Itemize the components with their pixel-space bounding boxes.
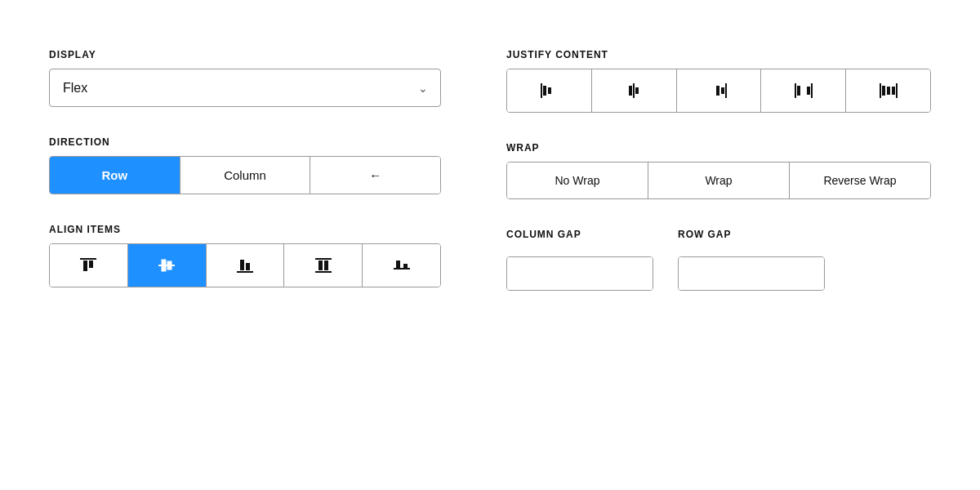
row-gap-section: ROW GAP PX	[678, 229, 825, 291]
direction-reverse-button[interactable]: ←	[310, 157, 440, 194]
wrap-section: WRAP No Wrap Wrap Reverse Wrap	[506, 142, 931, 199]
svg-rect-15	[403, 264, 408, 269]
svg-rect-11	[318, 261, 323, 270]
row-gap-input-wrapper: PX	[678, 256, 825, 291]
align-items-label: ALIGN ITEMS	[49, 224, 441, 235]
svg-rect-23	[716, 86, 719, 96]
svg-rect-33	[892, 87, 895, 95]
display-dropdown[interactable]: Flex Grid Block Inline None	[49, 69, 441, 107]
justify-content-button-group	[506, 69, 931, 113]
justify-content-section: JUSTIFY CONTENT	[506, 49, 931, 113]
wrap-button-group: No Wrap Wrap Reverse Wrap	[506, 162, 931, 199]
wrap-label: WRAP	[506, 142, 931, 154]
svg-rect-5	[167, 261, 172, 270]
svg-rect-27	[797, 86, 800, 96]
gap-row: COLUMN GAP PX ROW GAP PX	[506, 229, 931, 291]
column-gap-label: COLUMN GAP	[506, 229, 653, 240]
display-select-wrapper: Flex Grid Block Inline None ⌄	[49, 69, 441, 107]
svg-rect-12	[324, 261, 328, 270]
direction-row-button[interactable]: Row	[50, 157, 180, 194]
svg-rect-31	[882, 86, 885, 96]
row-gap-input[interactable]	[679, 257, 825, 290]
svg-rect-17	[543, 86, 546, 96]
svg-rect-8	[246, 263, 250, 270]
svg-rect-18	[548, 87, 551, 94]
display-section: DISPLAY Flex Grid Block Inline None ⌄	[49, 49, 441, 107]
align-items-section: ALIGN ITEMS	[49, 224, 441, 287]
svg-rect-4	[162, 260, 166, 271]
right-column: JUSTIFY CONTENT	[490, 49, 931, 291]
align-end-button[interactable]	[207, 244, 285, 287]
svg-rect-28	[807, 87, 810, 95]
svg-rect-1	[83, 261, 87, 271]
svg-rect-32	[887, 87, 890, 95]
align-items-button-group	[49, 243, 441, 287]
direction-section: DIRECTION Row Column ←	[49, 136, 441, 194]
row-gap-label: ROW GAP	[678, 229, 825, 240]
display-label: DISPLAY	[49, 49, 441, 60]
svg-rect-2	[89, 261, 93, 268]
left-column: DISPLAY Flex Grid Block Inline None ⌄ DI…	[49, 49, 490, 291]
column-gap-input-wrapper: PX	[506, 256, 653, 291]
reverse-wrap-button[interactable]: Reverse Wrap	[790, 163, 930, 198]
direction-column-button[interactable]: Column	[180, 157, 311, 194]
wrap-button[interactable]: Wrap	[648, 163, 790, 198]
align-center-button[interactable]	[128, 244, 207, 287]
column-gap-section: COLUMN GAP PX	[506, 229, 653, 291]
justify-content-label: JUSTIFY CONTENT	[506, 49, 931, 60]
svg-rect-7	[240, 260, 244, 270]
align-baseline-button[interactable]	[363, 244, 440, 287]
svg-rect-21	[635, 87, 639, 94]
justify-space-between-button[interactable]	[761, 69, 846, 112]
main-container: DISPLAY Flex Grid Block Inline None ⌄ DI…	[0, 0, 980, 323]
no-wrap-button[interactable]: No Wrap	[507, 163, 648, 198]
svg-rect-14	[396, 261, 400, 269]
direction-button-group: Row Column ←	[49, 156, 441, 194]
align-start-button[interactable]	[50, 244, 128, 287]
align-stretch-button[interactable]	[284, 244, 363, 287]
justify-space-around-button[interactable]	[846, 69, 930, 112]
direction-label: DIRECTION	[49, 136, 441, 148]
svg-rect-20	[629, 86, 632, 96]
justify-start-button[interactable]	[507, 69, 592, 112]
column-gap-input[interactable]	[507, 257, 653, 290]
svg-rect-24	[721, 87, 724, 94]
justify-center-button[interactable]	[592, 69, 677, 112]
justify-end-button[interactable]	[677, 69, 762, 112]
